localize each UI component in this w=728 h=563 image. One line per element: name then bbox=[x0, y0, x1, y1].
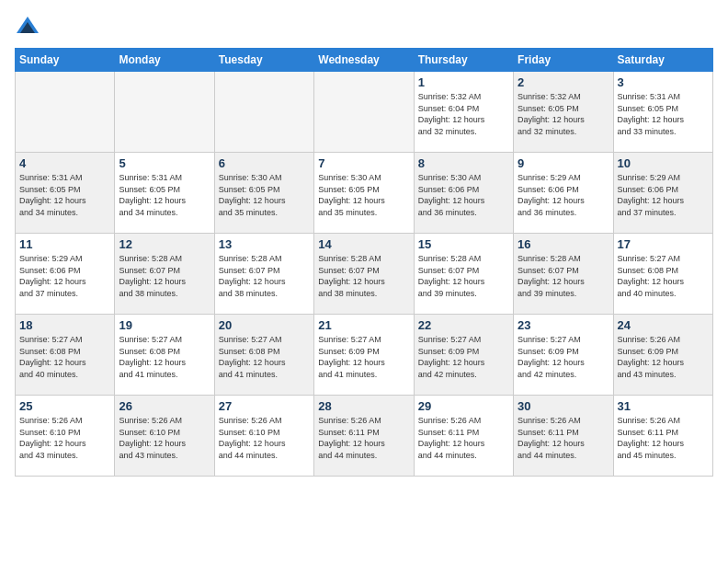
calendar-cell: 28Sunrise: 5:26 AM Sunset: 6:11 PM Dayli… bbox=[314, 396, 414, 477]
logo-icon bbox=[15, 15, 40, 40]
day-number: 18 bbox=[19, 318, 110, 332]
calendar-cell: 25Sunrise: 5:26 AM Sunset: 6:10 PM Dayli… bbox=[16, 396, 115, 477]
day-number: 12 bbox=[119, 237, 210, 251]
day-info: Sunrise: 5:30 AM Sunset: 6:05 PM Dayligh… bbox=[219, 172, 310, 218]
day-info: Sunrise: 5:26 AM Sunset: 6:11 PM Dayligh… bbox=[618, 415, 709, 461]
calendar-cell bbox=[16, 72, 115, 153]
day-number: 8 bbox=[418, 156, 509, 170]
day-number: 17 bbox=[618, 237, 709, 251]
calendar-cell: 15Sunrise: 5:28 AM Sunset: 6:07 PM Dayli… bbox=[414, 234, 513, 315]
calendar-header-row: SundayMondayTuesdayWednesdayThursdayFrid… bbox=[16, 49, 713, 72]
day-info: Sunrise: 5:27 AM Sunset: 6:09 PM Dayligh… bbox=[518, 334, 609, 380]
day-info: Sunrise: 5:26 AM Sunset: 6:10 PM Dayligh… bbox=[19, 415, 110, 461]
day-header-thursday: Thursday bbox=[414, 49, 513, 72]
day-info: Sunrise: 5:27 AM Sunset: 6:09 PM Dayligh… bbox=[418, 334, 509, 380]
day-number: 11 bbox=[19, 237, 110, 251]
logo bbox=[15, 15, 44, 40]
day-header-monday: Monday bbox=[115, 49, 214, 72]
day-number: 22 bbox=[418, 318, 509, 332]
day-info: Sunrise: 5:28 AM Sunset: 6:07 PM Dayligh… bbox=[119, 253, 210, 299]
calendar-cell: 4Sunrise: 5:31 AM Sunset: 6:05 PM Daylig… bbox=[16, 153, 115, 234]
day-info: Sunrise: 5:28 AM Sunset: 6:07 PM Dayligh… bbox=[418, 253, 509, 299]
day-info: Sunrise: 5:31 AM Sunset: 6:05 PM Dayligh… bbox=[119, 172, 210, 218]
day-info: Sunrise: 5:28 AM Sunset: 6:07 PM Dayligh… bbox=[518, 253, 609, 299]
day-number: 16 bbox=[518, 237, 609, 251]
calendar-cell: 27Sunrise: 5:26 AM Sunset: 6:10 PM Dayli… bbox=[214, 396, 313, 477]
day-info: Sunrise: 5:26 AM Sunset: 6:10 PM Dayligh… bbox=[219, 415, 310, 461]
calendar-cell: 11Sunrise: 5:29 AM Sunset: 6:06 PM Dayli… bbox=[16, 234, 115, 315]
day-number: 25 bbox=[19, 399, 110, 413]
day-info: Sunrise: 5:28 AM Sunset: 6:07 PM Dayligh… bbox=[219, 253, 310, 299]
calendar-cell: 22Sunrise: 5:27 AM Sunset: 6:09 PM Dayli… bbox=[414, 315, 513, 396]
calendar-cell: 2Sunrise: 5:32 AM Sunset: 6:05 PM Daylig… bbox=[514, 72, 613, 153]
calendar-cell: 5Sunrise: 5:31 AM Sunset: 6:05 PM Daylig… bbox=[115, 153, 214, 234]
day-number: 31 bbox=[618, 399, 709, 413]
day-number: 21 bbox=[318, 318, 409, 332]
day-number: 15 bbox=[418, 237, 509, 251]
day-info: Sunrise: 5:27 AM Sunset: 6:09 PM Dayligh… bbox=[318, 334, 409, 380]
day-info: Sunrise: 5:31 AM Sunset: 6:05 PM Dayligh… bbox=[618, 91, 709, 137]
calendar-cell: 12Sunrise: 5:28 AM Sunset: 6:07 PM Dayli… bbox=[115, 234, 214, 315]
day-number: 4 bbox=[19, 156, 110, 170]
day-number: 10 bbox=[618, 156, 709, 170]
day-info: Sunrise: 5:27 AM Sunset: 6:08 PM Dayligh… bbox=[19, 334, 110, 380]
calendar-cell: 31Sunrise: 5:26 AM Sunset: 6:11 PM Dayli… bbox=[613, 396, 712, 477]
calendar-cell: 24Sunrise: 5:26 AM Sunset: 6:09 PM Dayli… bbox=[613, 315, 712, 396]
day-number: 30 bbox=[518, 399, 609, 413]
calendar-cell: 23Sunrise: 5:27 AM Sunset: 6:09 PM Dayli… bbox=[514, 315, 613, 396]
day-info: Sunrise: 5:26 AM Sunset: 6:11 PM Dayligh… bbox=[418, 415, 509, 461]
calendar-cell: 3Sunrise: 5:31 AM Sunset: 6:05 PM Daylig… bbox=[613, 72, 712, 153]
day-info: Sunrise: 5:27 AM Sunset: 6:08 PM Dayligh… bbox=[219, 334, 310, 380]
day-number: 7 bbox=[318, 156, 409, 170]
calendar-cell: 6Sunrise: 5:30 AM Sunset: 6:05 PM Daylig… bbox=[214, 153, 313, 234]
calendar-cell bbox=[115, 72, 214, 153]
day-info: Sunrise: 5:26 AM Sunset: 6:09 PM Dayligh… bbox=[618, 334, 709, 380]
calendar-cell: 16Sunrise: 5:28 AM Sunset: 6:07 PM Dayli… bbox=[514, 234, 613, 315]
day-number: 29 bbox=[418, 399, 509, 413]
calendar-cell: 13Sunrise: 5:28 AM Sunset: 6:07 PM Dayli… bbox=[214, 234, 313, 315]
day-number: 5 bbox=[119, 156, 210, 170]
day-number: 3 bbox=[618, 75, 709, 89]
day-info: Sunrise: 5:29 AM Sunset: 6:06 PM Dayligh… bbox=[19, 253, 110, 299]
calendar-cell: 30Sunrise: 5:26 AM Sunset: 6:11 PM Dayli… bbox=[514, 396, 613, 477]
day-number: 20 bbox=[219, 318, 310, 332]
day-info: Sunrise: 5:27 AM Sunset: 6:08 PM Dayligh… bbox=[618, 253, 709, 299]
calendar-week-row: 11Sunrise: 5:29 AM Sunset: 6:06 PM Dayli… bbox=[16, 234, 713, 315]
day-number: 27 bbox=[219, 399, 310, 413]
day-header-sunday: Sunday bbox=[16, 49, 115, 72]
calendar-week-row: 18Sunrise: 5:27 AM Sunset: 6:08 PM Dayli… bbox=[16, 315, 713, 396]
calendar-cell: 1Sunrise: 5:32 AM Sunset: 6:04 PM Daylig… bbox=[414, 72, 513, 153]
day-number: 19 bbox=[119, 318, 210, 332]
day-info: Sunrise: 5:27 AM Sunset: 6:08 PM Dayligh… bbox=[119, 334, 210, 380]
calendar-cell: 18Sunrise: 5:27 AM Sunset: 6:08 PM Dayli… bbox=[16, 315, 115, 396]
day-info: Sunrise: 5:26 AM Sunset: 6:10 PM Dayligh… bbox=[119, 415, 210, 461]
calendar-cell: 14Sunrise: 5:28 AM Sunset: 6:07 PM Dayli… bbox=[314, 234, 414, 315]
calendar-cell: 26Sunrise: 5:26 AM Sunset: 6:10 PM Dayli… bbox=[115, 396, 214, 477]
calendar-cell bbox=[214, 72, 313, 153]
day-number: 9 bbox=[518, 156, 609, 170]
day-number: 13 bbox=[219, 237, 310, 251]
day-number: 23 bbox=[518, 318, 609, 332]
day-info: Sunrise: 5:26 AM Sunset: 6:11 PM Dayligh… bbox=[518, 415, 609, 461]
page-header bbox=[15, 15, 713, 40]
day-header-friday: Friday bbox=[514, 49, 613, 72]
day-number: 14 bbox=[318, 237, 409, 251]
calendar-cell: 20Sunrise: 5:27 AM Sunset: 6:08 PM Dayli… bbox=[214, 315, 313, 396]
day-header-tuesday: Tuesday bbox=[214, 49, 313, 72]
day-info: Sunrise: 5:29 AM Sunset: 6:06 PM Dayligh… bbox=[518, 172, 609, 218]
day-number: 1 bbox=[418, 75, 509, 89]
calendar-cell: 10Sunrise: 5:29 AM Sunset: 6:06 PM Dayli… bbox=[613, 153, 712, 234]
day-info: Sunrise: 5:30 AM Sunset: 6:05 PM Dayligh… bbox=[318, 172, 409, 218]
day-number: 2 bbox=[518, 75, 609, 89]
day-info: Sunrise: 5:32 AM Sunset: 6:04 PM Dayligh… bbox=[418, 91, 509, 137]
day-info: Sunrise: 5:31 AM Sunset: 6:05 PM Dayligh… bbox=[19, 172, 110, 218]
calendar-cell: 7Sunrise: 5:30 AM Sunset: 6:05 PM Daylig… bbox=[314, 153, 414, 234]
day-info: Sunrise: 5:28 AM Sunset: 6:07 PM Dayligh… bbox=[318, 253, 409, 299]
calendar-cell: 8Sunrise: 5:30 AM Sunset: 6:06 PM Daylig… bbox=[414, 153, 513, 234]
day-info: Sunrise: 5:32 AM Sunset: 6:05 PM Dayligh… bbox=[518, 91, 609, 137]
day-info: Sunrise: 5:30 AM Sunset: 6:06 PM Dayligh… bbox=[418, 172, 509, 218]
calendar-week-row: 1Sunrise: 5:32 AM Sunset: 6:04 PM Daylig… bbox=[16, 72, 713, 153]
day-number: 26 bbox=[119, 399, 210, 413]
day-header-saturday: Saturday bbox=[613, 49, 712, 72]
day-number: 28 bbox=[318, 399, 409, 413]
